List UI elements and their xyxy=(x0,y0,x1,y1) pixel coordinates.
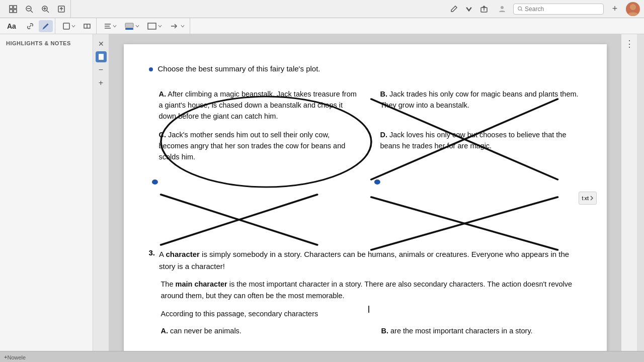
format-group2 xyxy=(57,18,97,34)
close-page-btn[interactable]: ✕ xyxy=(96,38,107,49)
option-d: D. Jack loves his only cow but chooses t… xyxy=(380,130,582,162)
svg-line-17 xyxy=(521,10,523,11)
svg-rect-30 xyxy=(99,54,104,60)
main-layout: HIGHLIGHTS & NOTES ✕ − + Choose the best… xyxy=(0,34,644,362)
option-b-label: B. xyxy=(380,90,388,98)
chevron-right-icon xyxy=(590,196,594,201)
options-grid: A. After climbing a magic beanstalk, Jac… xyxy=(159,89,582,163)
section3: 3. A character is simply somebody in a s… xyxy=(149,248,582,337)
option-d-label: D. xyxy=(380,131,388,139)
svg-rect-3 xyxy=(14,10,17,13)
option-d-text: Jack loves his only cow but chooses to b… xyxy=(380,131,567,150)
pen-button[interactable] xyxy=(39,20,53,32)
q3-question: According to this passage, secondary cha… xyxy=(161,310,582,318)
color-button[interactable] xyxy=(121,20,142,32)
option-b-text: Jack trades his only cow for magic beans… xyxy=(380,90,579,109)
q3-option-b: B. are the most important characters in … xyxy=(381,326,582,337)
svg-point-18 xyxy=(630,4,636,10)
svg-point-32 xyxy=(151,179,157,185)
q3-option-b-label: B. xyxy=(381,327,389,335)
svg-line-36 xyxy=(160,195,317,245)
svg-point-33 xyxy=(374,179,380,185)
zoom-out-icon[interactable] xyxy=(22,3,36,15)
svg-line-39 xyxy=(371,197,557,250)
next-text-btn[interactable]: txt xyxy=(579,192,597,205)
option-b: B. Jack trades his only cow for magic be… xyxy=(380,89,582,122)
grid-icon[interactable] xyxy=(6,3,20,15)
q3-bold-main: main character xyxy=(176,280,227,288)
document-page: Choose the best summary of this fairy ta… xyxy=(124,44,607,362)
arrow-button[interactable] xyxy=(167,20,188,32)
chevron-down-icon[interactable] xyxy=(465,3,473,15)
shapes-button[interactable] xyxy=(59,20,78,32)
add-tab-icon[interactable]: + xyxy=(608,3,622,15)
bullet-q2 xyxy=(149,67,153,71)
svg-line-8 xyxy=(47,11,49,13)
document-area[interactable]: Choose the best summary of this fairy ta… xyxy=(109,34,621,362)
svg-rect-27 xyxy=(125,28,133,30)
q3-number: 3. xyxy=(149,248,155,273)
q3-options-grid: A. can never be animals. B. are the most… xyxy=(161,326,582,337)
border-button[interactable] xyxy=(144,20,165,32)
svg-line-5 xyxy=(31,11,33,13)
sidebar: HIGHLIGHTS & NOTES xyxy=(0,34,93,362)
zoom-in-icon[interactable] xyxy=(38,3,52,15)
svg-point-15 xyxy=(501,6,504,9)
search-icon xyxy=(518,6,523,12)
upload-icon[interactable] xyxy=(54,3,68,15)
option-a: A. After climbing a magic beanstalk, Jac… xyxy=(159,89,360,122)
q3-body: The main character is the most important… xyxy=(161,279,582,302)
sidebar-title: HIGHLIGHTS & NOTES xyxy=(0,38,93,50)
q3-intro: A character is simply somebody in a stor… xyxy=(159,248,581,273)
option-c-text: Jack's mother sends him out to sell thei… xyxy=(159,131,346,161)
q3-intro-post: is simply somebody in a story. Character… xyxy=(159,250,569,270)
page-view-btn[interactable] xyxy=(96,51,107,62)
option-c: C. Jack's mother sends him out to sell t… xyxy=(159,130,360,162)
svg-rect-20 xyxy=(63,23,69,29)
q3-option-a-text: can never be animals. xyxy=(170,327,242,335)
edit-icon[interactable] xyxy=(447,3,461,15)
svg-point-16 xyxy=(518,7,522,10)
page-controls: ✕ − + xyxy=(93,34,109,362)
window-controls xyxy=(4,0,71,18)
q3-option-b-text: are the most important characters in a s… xyxy=(390,327,533,335)
next-text-label2: xt xyxy=(584,195,589,201)
share-icon[interactable] xyxy=(477,3,491,15)
svg-rect-28 xyxy=(148,23,156,29)
profile-icon[interactable] xyxy=(495,3,509,15)
svg-rect-0 xyxy=(10,6,13,9)
q3-option-a-label: A. xyxy=(161,327,169,335)
zoom-out-page-btn[interactable]: − xyxy=(96,64,107,75)
svg-rect-2 xyxy=(10,10,13,13)
option-a-text: After climbing a magic beanstalk, Jack t… xyxy=(159,90,357,120)
bottom-bar: + Nowele xyxy=(0,351,644,362)
top-toolbar: + xyxy=(0,0,644,18)
option-a-label: A. xyxy=(159,90,167,98)
svg-line-37 xyxy=(160,195,317,245)
option-c-label: C. xyxy=(159,131,167,139)
scrollbar[interactable] xyxy=(637,34,644,362)
text-cursor xyxy=(368,306,371,313)
font-button[interactable]: Aa xyxy=(4,20,19,32)
zoom-in-page-btn[interactable]: + xyxy=(96,77,107,88)
bottom-label: Nowele xyxy=(7,354,26,360)
link-button[interactable] xyxy=(23,20,37,32)
svg-line-38 xyxy=(371,197,557,250)
q3-bold-character: character xyxy=(166,250,200,258)
search-box[interactable] xyxy=(513,4,604,15)
more-options-btn[interactable]: ⋮ xyxy=(624,38,635,49)
q3-option-a: A. can never be animals. xyxy=(161,326,361,337)
formatting-toolbar: Aa xyxy=(0,18,644,34)
right-panel: ⋮ xyxy=(621,34,637,362)
svg-rect-1 xyxy=(14,6,17,9)
format-group1 xyxy=(21,18,55,34)
search-input[interactable] xyxy=(525,6,599,13)
next-text-label: t xyxy=(582,195,583,201)
format-group3 xyxy=(99,18,190,34)
bottom-label-area: Nowele xyxy=(7,352,640,361)
svg-rect-26 xyxy=(125,23,133,28)
align-button[interactable] xyxy=(101,20,120,32)
user-avatar[interactable] xyxy=(626,2,640,16)
q2-intro: Choose the best summary of this fairy ta… xyxy=(158,64,320,73)
textbox-button[interactable] xyxy=(80,20,94,32)
